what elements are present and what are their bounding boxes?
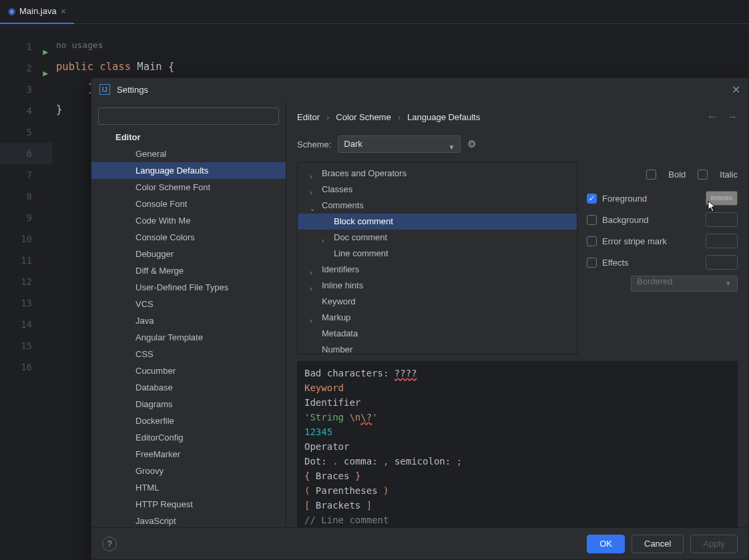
ld-item-label: Identifiers [322,264,359,274]
gutter-line: 6 [0,143,52,164]
ld-item-label: Number [322,344,352,354]
ld-tree-item[interactable]: ›Inline hints [298,278,577,294]
tab-bar: ◉ Main.java × [0,0,749,24]
close-tab-icon[interactable]: × [61,6,66,17]
sidebar-item[interactable]: HTTP Request [91,496,286,513]
sidebar-item[interactable]: Diff & Merge [91,262,286,279]
ld-tree-item[interactable]: Line comment [298,246,577,262]
breadcrumb-item: Language Defaults [407,112,480,122]
gutter-line: 7 [0,164,52,186]
gutter-line: 8 [0,186,52,207]
sidebar-item[interactable]: EditorConfig [91,429,286,446]
sidebar-item[interactable]: Diagrams [91,396,286,412]
bold-label: Bold [668,170,686,180]
sidebar-item[interactable]: CSS [91,346,286,362]
sidebar-item[interactable]: Color Scheme Font [91,179,286,196]
ld-item-label: Keyword [322,296,356,306]
breadcrumb-item[interactable]: Color Scheme [336,112,391,122]
scheme-value: Dark [344,139,362,149]
bold-checkbox[interactable] [646,170,656,180]
ok-button[interactable]: OK [587,535,625,553]
sidebar-item[interactable]: FreeMarker [91,446,286,463]
sidebar-item[interactable]: Dockerfile [91,412,286,429]
breadcrumb-sep: › [326,112,329,122]
sidebar-item[interactable]: Debugger [91,246,286,262]
gutter-line: 16 [0,356,52,378]
gutter-line: 12 [0,271,52,292]
sidebar-item[interactable]: Language Defaults [91,162,286,179]
ld-tree-item[interactable]: Block comment [298,214,577,230]
background-swatch[interactable] [706,212,738,227]
help-button[interactable]: ? [102,537,117,551]
ld-item-label: Doc comment [334,232,387,242]
breadcrumb-item[interactable]: Editor [297,112,320,122]
gutter-line: 3 [0,79,52,100]
ld-tree-item[interactable]: Metadata [298,326,577,342]
ld-tree-item[interactable]: ›Doc comment [298,230,577,246]
background-label: Background [602,215,676,225]
ld-item-label: Classes [322,184,352,194]
sidebar-item[interactable]: General [91,146,286,162]
ld-item-label: Markup [322,312,350,322]
background-checkbox[interactable] [587,215,597,225]
editor-tab[interactable]: ◉ Main.java × [0,0,74,24]
sidebar-item[interactable]: VCS [91,296,286,312]
gutter-line: 1▶ [0,36,52,57]
search-input-wrap: ⌕ [98,107,279,125]
java-class-icon: ◉ [8,6,15,16]
dialog-titlebar: IJ Settings ✕ [91,78,748,101]
brace: { [168,61,174,73]
gutter-line: 13 [0,292,52,314]
ld-tree-item[interactable]: Number [298,342,577,354]
language-defaults-tree[interactable]: ›Braces and Operators›Classes⌄CommentsBl… [297,162,577,354]
foreground-swatch[interactable]: 808080 [706,191,738,206]
effects-type-select[interactable]: Bordered ▼ [631,276,738,292]
ld-tree-item[interactable]: ›Markup [298,310,577,326]
ld-tree-item[interactable]: ⌄Comments [298,198,577,214]
effects-checkbox[interactable] [587,258,597,268]
preview-pane: Bad characters: ???? Keyword Identifier … [297,361,738,527]
italic-label: Italic [720,170,738,180]
scheme-label: Scheme: [297,139,331,150]
sidebar-item[interactable]: Console Font [91,196,286,212]
effects-swatch[interactable] [706,255,738,270]
ld-item-label: Inline hints [322,280,363,290]
sidebar-item[interactable]: Database [91,379,286,396]
foreground-checkbox[interactable]: ✓ [587,194,597,204]
ld-tree-item[interactable]: ›Identifiers [298,262,577,278]
apply-button[interactable]: Apply [690,535,738,553]
sidebar-item[interactable]: JavaScript [91,513,286,527]
keyword: class [99,61,131,73]
gutter: 1▶ 2▶ 3 4 5 6 7 8 9 10 11 12 13 14 15 16 [0,24,52,560]
sidebar-item[interactable]: Angular Template [91,329,286,346]
italic-checkbox[interactable] [698,170,708,180]
ld-tree-item[interactable]: Keyword [298,294,577,310]
gutter-line: 15 [0,335,52,356]
settings-tree[interactable]: Editor GeneralLanguage DefaultsColor Sch… [91,129,286,527]
chevron-down-icon: ▼ [448,139,455,156]
tree-header-editor[interactable]: Editor [91,129,286,146]
sidebar-item[interactable]: Cucumber [91,362,286,379]
nav-forward-icon[interactable]: → [727,111,738,123]
gutter-line: 2▶ [0,57,52,79]
dialog-close-button[interactable]: ✕ [732,83,740,96]
sidebar-item[interactable]: Console Colors [91,229,286,246]
sidebar-item[interactable]: Code With Me [91,212,286,229]
sidebar-item[interactable]: Java [91,312,286,329]
intellij-icon: IJ [99,84,110,95]
errorstripe-checkbox[interactable] [587,236,597,246]
sidebar-item[interactable]: HTML [91,479,286,496]
sidebar-item[interactable]: User-Defined File Types [91,279,286,296]
sidebar-item[interactable]: Groovy [91,463,286,479]
color-properties: Bold Italic ✓ Foreground 808080 Backgrou… [587,162,738,354]
ld-tree-item[interactable]: ›Classes [298,182,577,198]
ld-tree-item[interactable]: ›Braces and Operators [298,166,577,182]
scheme-gear-icon[interactable]: ⚙ [467,138,476,150]
effects-type-value: Bordered [637,276,672,286]
cancel-button[interactable]: Cancel [632,535,684,553]
settings-sidebar: ⌕ Editor GeneralLanguage DefaultsColor S… [91,101,286,527]
scheme-select[interactable]: Dark ▼ [338,135,461,153]
settings-search-input[interactable] [98,107,279,125]
nav-back-icon[interactable]: ← [707,111,718,123]
errorstripe-swatch[interactable] [706,234,738,248]
